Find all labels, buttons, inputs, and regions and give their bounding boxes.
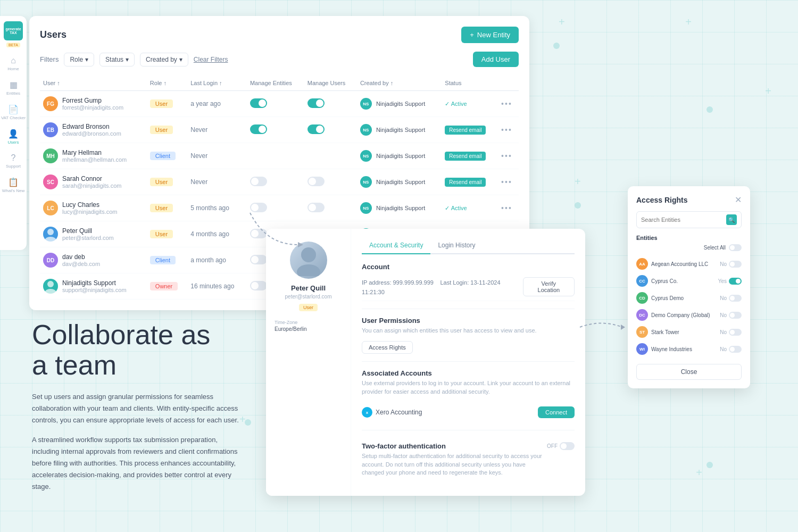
ar-entity-toggle[interactable] xyxy=(729,329,742,336)
role-badge: Client xyxy=(150,256,176,264)
sub-text-para2: A streamlined workflow supports tax subm… xyxy=(32,434,245,493)
table-row[interactable]: EB Edward Bronson edward@bronson.com Use… xyxy=(40,117,519,143)
account-section-title: Account xyxy=(362,263,575,271)
ar-entity-name: Cyprus Demo xyxy=(651,295,684,301)
manage-users-toggle[interactable] xyxy=(307,203,325,212)
two-factor-toggle[interactable]: OFF xyxy=(547,442,575,450)
manage-entities-toggle[interactable] xyxy=(250,177,267,186)
manage-entities-cell[interactable] xyxy=(247,195,304,221)
col-manage-entities: Manage Entities xyxy=(247,76,304,91)
user-avatar: MH xyxy=(43,148,58,163)
manage-entities-toggle[interactable] xyxy=(250,281,267,290)
row-menu-icon[interactable]: ••• xyxy=(501,152,512,160)
access-rights-button[interactable]: Access Rights xyxy=(362,341,413,354)
table-row[interactable]: FG Forrest Gump forrest@ninjadigits.com … xyxy=(40,91,519,117)
role-badge: User xyxy=(150,99,173,108)
users-header: Users + New Entity xyxy=(40,27,519,43)
sidebar-label-vat: VAT Checker xyxy=(1,115,26,120)
support-icon: ? xyxy=(11,153,16,163)
off-label: OFF xyxy=(547,443,558,449)
ar-search-input[interactable] xyxy=(641,217,723,223)
last-login-cell: 5 months ago xyxy=(187,195,247,221)
table-row[interactable]: LC Lucy Charles lucy@ninjadigits.com Use… xyxy=(40,195,519,221)
user-name: Lucy Charles xyxy=(62,201,118,209)
ar-entity-row: ST Stark Tower No xyxy=(636,323,742,340)
ar-close-icon[interactable]: ✕ xyxy=(735,195,742,205)
ar-entity-avatar: DC xyxy=(636,309,648,321)
row-menu-icon[interactable]: ••• xyxy=(501,126,512,134)
sidebar-item-home[interactable]: ⌂ Home xyxy=(0,52,27,76)
manage-entities-toggle[interactable] xyxy=(250,98,267,108)
clear-filters-link[interactable]: Clear Filters xyxy=(194,56,228,63)
logo[interactable]: generate TAX xyxy=(4,21,23,40)
resend-email-button[interactable]: Resend email xyxy=(445,126,486,135)
ar-entity-toggle[interactable] xyxy=(729,295,742,302)
new-entity-label: New Entity xyxy=(477,31,510,39)
manage-users-cell[interactable] xyxy=(304,195,357,221)
manage-entities-toggle[interactable] xyxy=(250,229,267,238)
verify-location-button[interactable]: Verify Location xyxy=(523,277,575,296)
ar-entity-name: Wayne Industries xyxy=(651,346,692,352)
manage-users-cell[interactable] xyxy=(304,169,357,195)
resend-email-button[interactable]: Resend email xyxy=(445,152,486,161)
filter-status-dropdown[interactable]: Status ▾ xyxy=(99,53,135,66)
add-user-button[interactable]: Add User xyxy=(473,52,519,67)
connect-button[interactable]: Connect xyxy=(538,406,575,418)
manage-users-cell[interactable] xyxy=(304,143,357,169)
ar-entity-toggle[interactable] xyxy=(729,346,742,353)
ar-entity-toggle[interactable] xyxy=(729,261,742,268)
tab-account-security[interactable]: Account & Security xyxy=(362,237,430,254)
ar-entity-right: No xyxy=(720,346,742,353)
row-menu-icon[interactable]: ••• xyxy=(501,204,512,212)
row-menu-icon[interactable]: ••• xyxy=(501,178,512,186)
resend-email-button[interactable]: Resend email xyxy=(445,178,486,187)
user-email: mhellman@hellman.com xyxy=(62,156,127,163)
new-entity-button[interactable]: + New Entity xyxy=(461,27,519,43)
manage-entities-toggle[interactable] xyxy=(250,255,267,264)
sidebar-label-entities: Entities xyxy=(6,91,20,96)
table-row[interactable]: MH Mary Hellman mhellman@hellman.com Cli… xyxy=(40,143,519,169)
manage-users-toggle[interactable] xyxy=(307,98,325,108)
ar-search-box: 🔍 xyxy=(636,211,742,228)
manage-entities-cell[interactable] xyxy=(247,117,304,143)
manage-entities-cell[interactable] xyxy=(247,91,304,117)
row-menu-icon[interactable]: ••• xyxy=(501,99,512,108)
ar-entity-status: No xyxy=(720,261,727,267)
manage-users-toggle[interactable] xyxy=(307,177,325,186)
user-name: dav deb xyxy=(62,253,100,261)
sidebar: generate TAX BETA ⌂ Home ▦ Entities 📄 VA… xyxy=(0,16,27,250)
ar-entity-toggle[interactable] xyxy=(729,278,742,285)
manage-entities-cell[interactable] xyxy=(247,143,304,169)
sidebar-item-vat[interactable]: 📄 VAT Checker xyxy=(0,100,27,124)
manage-users-cell[interactable] xyxy=(304,91,357,117)
sidebar-item-users[interactable]: 👤 Users xyxy=(0,124,27,149)
manage-users-toggle[interactable] xyxy=(307,124,325,134)
manage-entities-cell[interactable] xyxy=(247,169,304,195)
whats-new-icon: 📋 xyxy=(8,177,19,187)
sidebar-item-entities[interactable]: ▦ Entities xyxy=(0,76,27,100)
profile-avatar xyxy=(290,242,327,279)
tab-login-history[interactable]: Login History xyxy=(430,237,483,254)
status-cell: Resend email xyxy=(442,143,498,169)
col-role: Role ↑ xyxy=(147,76,187,91)
filter-role-dropdown[interactable]: Role ▾ xyxy=(64,53,94,66)
created-by-cell: NS Ninjadigits Support xyxy=(360,150,438,162)
profile-content: Account & Security Login History Account… xyxy=(351,229,585,496)
chevron-down-icon: ▾ xyxy=(85,56,88,63)
manage-users-cell[interactable] xyxy=(304,117,357,143)
filter-created-dropdown[interactable]: Created by ▾ xyxy=(140,53,188,66)
ar-close-button[interactable]: Close xyxy=(636,364,742,380)
headline-line2: a team xyxy=(32,350,117,380)
user-avatar: EB xyxy=(43,122,58,137)
sidebar-item-support[interactable]: ? Support xyxy=(0,149,27,173)
select-all-toggle[interactable] xyxy=(729,244,742,251)
table-row[interactable]: SC Sarah Connor sarah@ninjadigits.com Us… xyxy=(40,169,519,195)
created-by-name: Ninjadigits Support xyxy=(376,153,425,159)
ar-search-icon[interactable]: 🔍 xyxy=(726,214,737,225)
manage-entities-toggle[interactable] xyxy=(250,124,267,134)
sidebar-item-whats-new[interactable]: 📋 What's New xyxy=(0,173,27,197)
two-factor-toggle-switch[interactable] xyxy=(560,442,575,450)
assoc-accounts-desc: Use external providers to log in to your… xyxy=(362,379,575,396)
ar-entity-toggle[interactable] xyxy=(729,312,742,319)
manage-entities-toggle[interactable] xyxy=(250,203,267,212)
